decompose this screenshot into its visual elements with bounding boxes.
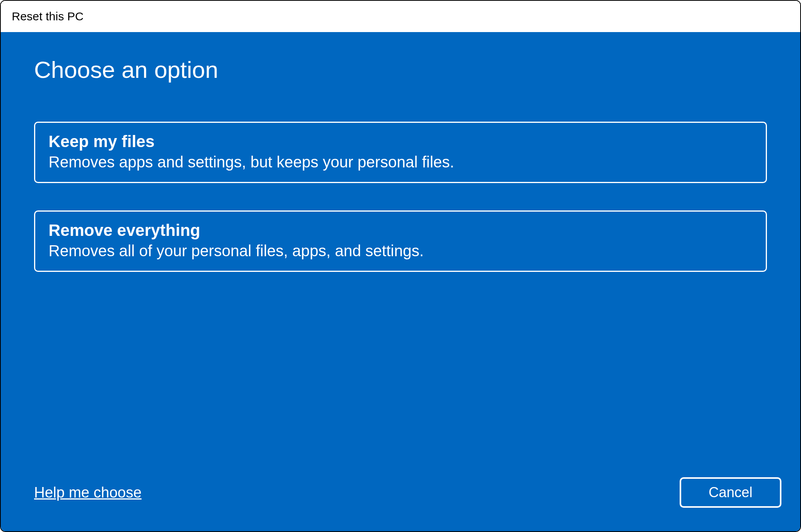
options-list: Keep my files Removes apps and settings,… (34, 122, 767, 272)
cancel-button[interactable]: Cancel (680, 477, 781, 508)
keep-my-files-option[interactable]: Keep my files Removes apps and settings,… (34, 122, 767, 183)
content-area: Choose an option Keep my files Removes a… (1, 32, 800, 531)
reset-pc-dialog: Reset this PC Choose an option Keep my f… (0, 0, 801, 532)
option-title: Keep my files (49, 132, 752, 151)
option-description: Removes apps and settings, but keeps you… (49, 153, 752, 171)
help-me-choose-link[interactable]: Help me choose (34, 484, 142, 501)
remove-everything-option[interactable]: Remove everything Removes all of your pe… (34, 210, 767, 272)
window-title: Reset this PC (12, 10, 83, 23)
titlebar: Reset this PC (1, 1, 800, 32)
page-heading: Choose an option (34, 56, 767, 83)
option-description: Removes all of your personal files, apps… (49, 242, 752, 260)
footer: Help me choose Cancel (34, 477, 781, 508)
option-title: Remove everything (49, 221, 752, 240)
